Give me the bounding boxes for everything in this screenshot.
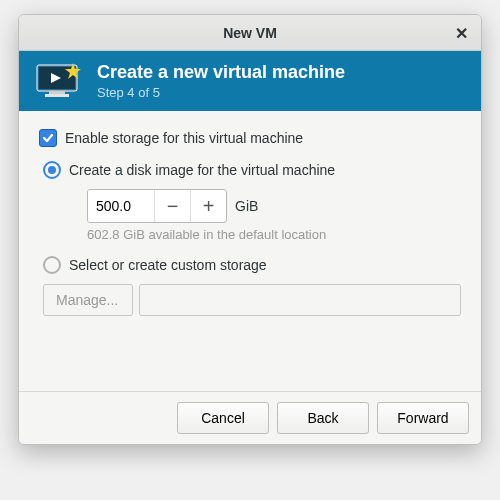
- enable-storage-checkbox[interactable]: [39, 129, 57, 147]
- custom-storage-label: Select or create custom storage: [69, 257, 267, 273]
- close-button[interactable]: ✕: [449, 21, 473, 45]
- forward-button[interactable]: Forward: [377, 402, 469, 434]
- create-image-radio[interactable]: [43, 161, 61, 179]
- custom-storage-path-input[interactable]: [139, 284, 461, 316]
- cancel-button[interactable]: Cancel: [177, 402, 269, 434]
- custom-storage-radio[interactable]: [43, 256, 61, 274]
- close-icon: ✕: [455, 24, 468, 43]
- dialog-footer: Cancel Back Forward: [19, 391, 481, 444]
- disk-size-unit: GiB: [235, 198, 258, 214]
- custom-storage-controls: Manage...: [39, 284, 461, 316]
- minus-icon: −: [167, 195, 179, 218]
- wizard-header-text: Create a new virtual machine Step 4 of 5: [97, 62, 345, 101]
- vm-wizard-icon: [35, 61, 83, 101]
- enable-storage-row: Enable storage for this virtual machine: [39, 129, 461, 147]
- create-image-label: Create a disk image for the virtual mach…: [69, 162, 335, 178]
- plus-icon: +: [203, 195, 215, 218]
- check-icon: [42, 132, 54, 144]
- wizard-title: Create a new virtual machine: [97, 62, 345, 84]
- disk-size-row: − + GiB: [87, 189, 461, 223]
- disk-size-increment[interactable]: +: [190, 190, 226, 222]
- window-title: New VM: [223, 25, 277, 41]
- wizard-header: Create a new virtual machine Step 4 of 5: [19, 51, 481, 111]
- dialog-window: New VM ✕ Create a new virtual machine St…: [18, 14, 482, 445]
- disk-size-decrement[interactable]: −: [154, 190, 190, 222]
- disk-size-spinbox: − +: [87, 189, 227, 223]
- create-image-row: Create a disk image for the virtual mach…: [43, 161, 461, 179]
- content-area: Enable storage for this virtual machine …: [19, 111, 481, 391]
- manage-storage-button[interactable]: Manage...: [43, 284, 133, 316]
- svg-rect-3: [49, 91, 65, 94]
- titlebar: New VM ✕: [19, 15, 481, 51]
- available-space-hint: 602.8 GiB available in the default locat…: [87, 227, 461, 242]
- back-button[interactable]: Back: [277, 402, 369, 434]
- disk-size-input[interactable]: [88, 190, 154, 222]
- enable-storage-label: Enable storage for this virtual machine: [65, 130, 303, 146]
- wizard-step: Step 4 of 5: [97, 85, 345, 100]
- custom-storage-row: Select or create custom storage: [43, 256, 461, 274]
- svg-rect-4: [45, 94, 69, 97]
